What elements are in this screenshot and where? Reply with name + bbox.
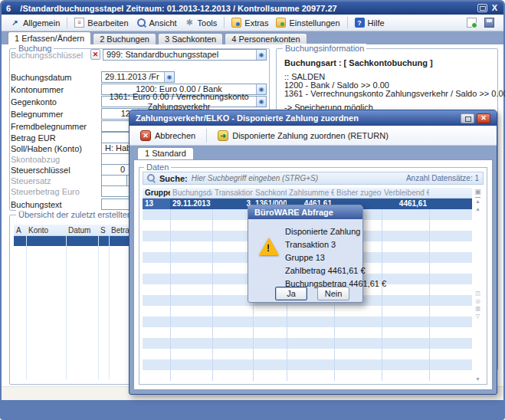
main-tabstrip: 1 Erfassen/Ändern 2 Buchungen 3 Sachkont… [2,31,503,44]
grid-header: Gruppe Buchungsdatum Transaktion Sachkon… [143,188,484,199]
overview-grid-line [98,236,99,379]
view-magnifier-icon [136,18,146,28]
cell-buchungsdatum: 29.11.2013 /Fr [170,199,212,209]
msgbox-titlebar: BüroWARE Abfrage [248,205,362,219]
menu-allgemein[interactable]: ↗ Allgemein [6,16,64,29]
search-bar: Suche: Anzahl Datensätze: 1 [143,172,484,185]
menu-label: Bearbeiten [87,18,128,28]
zuordnen-button[interactable]: ➜ Disponierte Zahlung zuordnen (RETURN) [213,129,393,143]
settings-folder-icon [276,18,286,28]
dialog-toolbar: ✕ Abbrechen ➜ Disponierte Zahlung zuordn… [130,126,497,146]
steuersatz-label: Steuersatz [11,176,51,185]
help-icon: ? [355,18,365,28]
msgbox-title: BüroWARE Abfrage [254,208,333,217]
dialog-titlebar: Zahlungsverkehr/ELKO - Disponierte Zahlu… [130,110,497,126]
msgbox-line: Transaktion 3 [285,240,336,249]
overview-col-konto[interactable]: Konto [26,226,66,235]
cell-verbleibend: 4461,61 [382,199,429,209]
menu-einstellungen[interactable]: Einstellungen [272,16,343,29]
msgbox-line: Zahlbetrag 4461,61 € [285,266,366,275]
kontonummer-label: Kontonummer [11,85,64,94]
record-count: Anzahl Datensätze: 1 [406,174,479,182]
buchungsdatum-value: 29.11.2013 /Fr [102,72,164,82]
scroll-up-icon[interactable]: ▲ [475,205,480,213]
menu-ansicht[interactable]: Ansicht [133,16,181,29]
search-input[interactable] [192,174,402,182]
assign-icon: ➜ [218,130,228,141]
columns-icon[interactable]: ◫ [475,290,480,297]
soll-haben-label: Soll/Haben (Konto) [11,144,82,153]
col-buchungsdatum[interactable]: Buchungsdatum [170,188,212,198]
filter-icon[interactable]: ▽ [476,313,480,320]
ja-button[interactable]: Ja [275,287,307,300]
cancel-icon: ✕ [140,130,151,141]
buchungsart-line: Buchungsart : [ Sachkontobuchung ] [284,58,433,67]
main-window: 6 /Standardbuchungsstapel Zeitraum: 01.2… [0,0,505,420]
buchungsdatum-combo[interactable]: 29.11.2013 /Fr ◉ [101,71,175,83]
scroll-top-icon[interactable]: ▲ [475,197,480,205]
overview-col-datum[interactable]: Datum [66,226,98,235]
col-sachkonto[interactable]: Sachkonto [253,188,287,198]
window-close-icon[interactable]: X [490,4,499,12]
col-zahlsumme[interactable]: Zahlsumme € [287,188,334,198]
window-restore-icon[interactable] [477,4,487,12]
tab-buchungen[interactable]: 2 Buchungen [93,33,156,44]
clear-icon[interactable]: ✕ [90,49,100,60]
buchungstext-label: Buchungstext [11,200,62,209]
msgbox-line: Disponierte Zahlung [285,227,360,236]
grid-side-toolbar: ▣ ▲ ▲ ◫ ◎ ▥ ▽ ▼ ▼ [472,188,484,381]
edit-icon: ≡ [74,18,84,28]
dialog-close-icon[interactable]: ✕ [477,113,490,123]
menu-label: Allgemein [23,18,60,28]
main-window-title: 6 /Standardbuchungsstapel Zeitraum: 01.2… [6,4,337,13]
overview-grid-line [66,236,67,379]
col-transaktion[interactable]: Transaktion [212,188,253,198]
menu-tools[interactable]: ✱ Tools [181,16,221,29]
screen: 6 /Standardbuchungsstapel Zeitraum: 01.2… [0,0,505,420]
nein-button[interactable]: Nein [317,287,349,300]
dropdown-icon[interactable]: ◉ [256,84,266,94]
dropdown-icon[interactable]: ◉ [256,97,266,107]
skontoabzug-label: Skontoabzug [11,155,60,164]
buchungsschluessel-value: 999: Standardbuchungsstapel [103,50,256,60]
overview-col-s[interactable]: S [98,226,109,235]
tab-erfassen-aendern[interactable]: 1 Erfassen/Ändern [8,31,91,44]
menu-label: Tools [198,18,218,28]
col-verbleibend[interactable]: Verbleibend € [382,188,429,198]
save-view-icon[interactable]: ▥ [475,305,480,313]
zoom-icon[interactable]: ◎ [475,297,480,305]
grid-line [429,209,430,381]
menu-bearbeiten[interactable]: ≡ Bearbeiten [71,16,132,29]
copy-icon[interactable]: ▣ [474,188,481,195]
dropdown-icon[interactable]: ◉ [164,72,174,82]
dialog-tab-standard[interactable]: 1 Standard [137,147,194,159]
save-icon[interactable] [484,18,494,28]
overview-col-a[interactable]: A [14,226,26,235]
dropdown-icon[interactable]: ◉ [256,50,266,60]
steuerbetrag-label: Steuerbetrag Euro [11,187,80,196]
buchungsschluessel-combo[interactable]: 999: Standardbuchungsstapel ◉ [103,49,267,61]
msgbox-line: Gruppe 13 [285,253,325,262]
menu-separator [67,17,67,28]
menu-extras[interactable]: Extras [228,16,272,29]
col-bisher-zugeordnet[interactable]: Bisher zugeordnet [334,188,382,198]
dialog-title: Zahlungsverkehr/ELKO - Disponierte Zahlu… [136,113,359,123]
buchungsschluessel-label: Buchungsschlüssel [11,51,83,60]
search-label: Suche: [159,174,188,183]
col-gruppe[interactable]: Gruppe [143,188,170,198]
tab-sachkonten[interactable]: 3 Sachkonten [158,33,223,44]
tab-personenkonten[interactable]: 4 Personenkonten [225,33,307,44]
gegenkonto-combo[interactable]: 1361: Euro 0.00 / Verrechnungskonto Zahl… [101,96,267,107]
grid-line [382,209,382,381]
steuersatz-field[interactable] [101,175,127,186]
new-document-icon[interactable] [467,18,477,28]
dialog-restore-icon[interactable] [461,113,474,123]
allgemein-arrow-icon: ↗ [10,18,20,28]
menu-label: Ansicht [149,18,177,28]
toolbar-separator [206,129,207,143]
fremdbelegnummer-label: Fremdbelegnummer [11,122,87,131]
menu-label: Hilfe [368,18,385,28]
abbrechen-button[interactable]: ✕ Abbrechen [136,129,200,143]
scroll-down-icon[interactable]: ▼ [475,376,480,381]
menu-hilfe[interactable]: ? Hilfe [351,16,389,29]
